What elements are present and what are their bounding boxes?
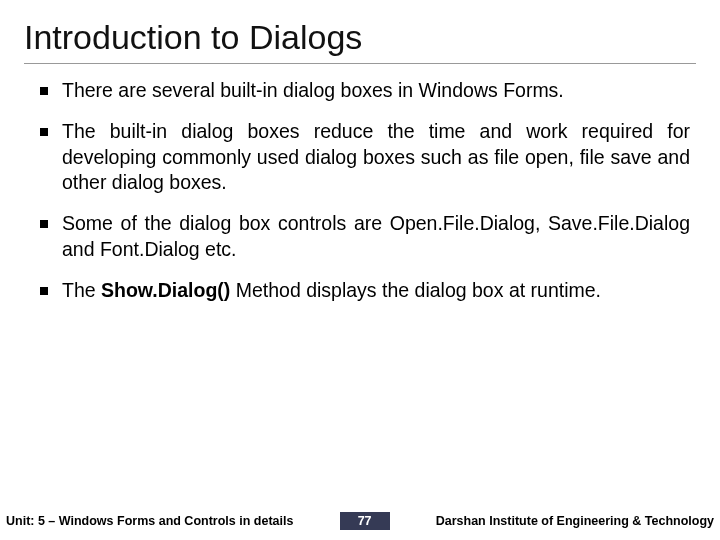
bullet-text: Some of the dialog box controls are Open… xyxy=(62,211,690,262)
bullet-text-part: Method displays the dialog box at runtim… xyxy=(230,279,601,301)
bullet-text: The built-in dialog boxes reduce the tim… xyxy=(62,119,690,195)
bullet-text-part: The xyxy=(62,279,101,301)
bullet-text: There are several built-in dialog boxes … xyxy=(62,78,690,103)
bullet-item: Some of the dialog box controls are Open… xyxy=(40,211,690,262)
bullet-item: The Show.Dialog() Method displays the di… xyxy=(40,278,690,303)
bullet-icon xyxy=(40,87,48,95)
bullet-icon xyxy=(40,128,48,136)
bullet-item: The built-in dialog boxes reduce the tim… xyxy=(40,119,690,195)
footer-page-number: 77 xyxy=(340,512,390,530)
slide-content: There are several built-in dialog boxes … xyxy=(24,78,696,540)
footer-center-holder: 77 xyxy=(293,512,435,530)
slide-footer: Unit: 5 – Windows Forms and Controls in … xyxy=(0,512,720,530)
bullet-text-bold: Show.Dialog() xyxy=(101,279,230,301)
slide: Introduction to Dialogs There are severa… xyxy=(0,0,720,540)
bullet-icon xyxy=(40,287,48,295)
slide-title: Introduction to Dialogs xyxy=(24,18,696,64)
bullet-item: There are several built-in dialog boxes … xyxy=(40,78,690,103)
bullet-icon xyxy=(40,220,48,228)
bullet-text: The Show.Dialog() Method displays the di… xyxy=(62,278,690,303)
footer-organization: Darshan Institute of Engineering & Techn… xyxy=(436,514,714,528)
footer-unit: Unit: 5 – Windows Forms and Controls in … xyxy=(6,514,293,528)
